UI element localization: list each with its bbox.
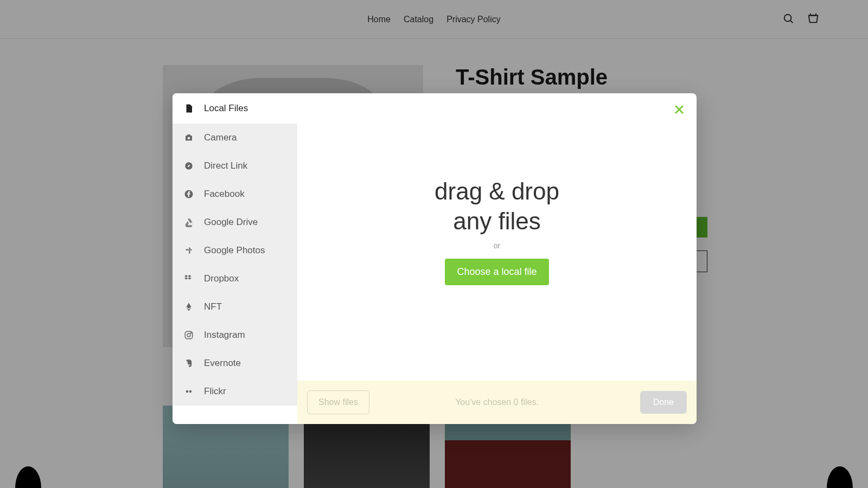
drop-title-line1: drag & drop	[435, 178, 559, 206]
source-flickr[interactable]: Flickr	[173, 377, 297, 406]
flickr-icon	[183, 386, 194, 397]
source-label: Local Files	[204, 103, 248, 114]
camera-icon	[183, 132, 194, 143]
drop-title-line2: any files	[453, 208, 540, 235]
source-instagram[interactable]: Instagram	[173, 321, 297, 349]
source-label: Camera	[204, 132, 237, 143]
source-label: Evernote	[204, 358, 241, 369]
source-direct-link[interactable]: Direct Link	[173, 152, 297, 180]
svg-point-2	[188, 137, 190, 140]
source-label: Google Photos	[204, 245, 265, 256]
compass-icon	[183, 160, 194, 171]
close-button[interactable]	[673, 103, 686, 116]
file-upload-dialog: Local Files Camera Direct Link Facebook …	[173, 93, 697, 424]
svg-point-9	[189, 390, 192, 393]
source-evernote[interactable]: Evernote	[173, 349, 297, 377]
facebook-icon	[183, 189, 194, 200]
file-icon	[183, 103, 194, 114]
svg-point-7	[190, 332, 192, 333]
dropbox-icon	[183, 273, 194, 284]
show-files-button[interactable]: Show files	[307, 390, 369, 414]
google-photos-icon	[183, 245, 194, 256]
source-label: Flickr	[204, 386, 226, 397]
svg-point-6	[187, 333, 190, 337]
source-facebook[interactable]: Facebook	[173, 180, 297, 208]
source-label: Instagram	[204, 330, 245, 341]
drop-area[interactable]: drag & drop any files or Choose a local …	[297, 93, 697, 381]
source-nft[interactable]: NFT	[173, 293, 297, 321]
source-dropbox[interactable]: Dropbox	[173, 265, 297, 293]
instagram-icon	[183, 330, 194, 341]
source-local-files[interactable]: Local Files	[173, 93, 297, 124]
source-label: Dropbox	[204, 273, 239, 284]
google-drive-icon	[183, 217, 194, 228]
svg-point-8	[186, 390, 189, 393]
source-label: NFT	[204, 301, 222, 312]
choose-local-file-button[interactable]: Choose a local file	[445, 259, 548, 285]
source-google-photos[interactable]: Google Photos	[173, 236, 297, 265]
upload-footer: Show files You've chosen 0 files. Done	[297, 381, 697, 424]
source-camera[interactable]: Camera	[173, 124, 297, 152]
source-google-drive[interactable]: Google Drive	[173, 208, 297, 236]
drop-or-label: or	[494, 241, 500, 250]
evernote-icon	[183, 358, 194, 369]
source-label: Facebook	[204, 189, 245, 200]
file-count-status: You've chosen 0 files.	[455, 397, 539, 407]
ethereum-icon	[183, 301, 194, 312]
source-label: Direct Link	[204, 160, 247, 171]
source-label: Google Drive	[204, 217, 258, 228]
upload-main-panel: drag & drop any files or Choose a local …	[297, 93, 697, 424]
done-button[interactable]: Done	[640, 391, 687, 414]
upload-source-sidebar: Local Files Camera Direct Link Facebook …	[173, 93, 297, 424]
